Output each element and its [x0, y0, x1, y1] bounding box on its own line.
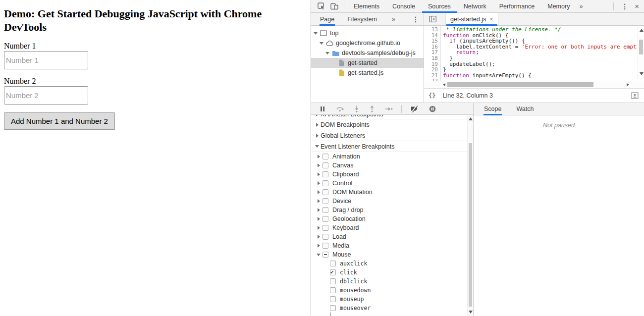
- gutter-line-number[interactable]: 13: [424, 27, 440, 33]
- event-category-keyboard[interactable]: Keyboard: [311, 223, 473, 232]
- expand-arrow-icon[interactable]: [318, 172, 320, 176]
- event-dblclick[interactable]: dblclick: [311, 277, 473, 286]
- event-category-mouse[interactable]: Mouse: [311, 250, 473, 259]
- tab-scope[interactable]: Scope: [483, 103, 502, 115]
- expand-arrow-icon[interactable]: [316, 134, 319, 138]
- pause-script-icon[interactable]: [317, 103, 328, 114]
- gutter-line-number[interactable]: 20: [424, 67, 440, 73]
- gutter-line-number[interactable]: 18: [424, 55, 440, 61]
- editor-tab-get-started-js[interactable]: get-started.js ×: [445, 13, 498, 25]
- checkbox[interactable]: [322, 207, 328, 213]
- add-numbers-button[interactable]: Add Number 1 and Number 2: [4, 112, 115, 130]
- main-tab-elements[interactable]: Elements: [347, 0, 386, 12]
- expand-arrow-icon[interactable]: [325, 52, 329, 54]
- navigator-more-tabs-icon[interactable]: »: [389, 15, 398, 23]
- source-options-icon[interactable]: [629, 89, 641, 103]
- number1-input[interactable]: [4, 51, 88, 69]
- checkbox[interactable]: [322, 243, 328, 249]
- expand-arrow-icon[interactable]: [318, 163, 320, 167]
- inspect-element-icon[interactable]: [315, 0, 328, 12]
- expand-arrow-icon[interactable]: [318, 244, 320, 248]
- expand-arrow-icon[interactable]: [318, 226, 320, 230]
- more-tabs-icon[interactable]: »: [576, 2, 586, 10]
- expand-arrow-icon[interactable]: [318, 181, 320, 185]
- checkbox[interactable]: [330, 278, 336, 284]
- scroll-up-arrow[interactable]: [469, 117, 473, 120]
- event-auxclick[interactable]: auxclick: [311, 259, 473, 268]
- devtools-menu-icon[interactable]: ⋮: [617, 2, 633, 10]
- checkbox[interactable]: [322, 189, 328, 195]
- event-category-animation[interactable]: Animation: [311, 152, 473, 161]
- section-dom-breakpoints[interactable]: DOM Breakpoints: [311, 119, 473, 130]
- section-event-listener-breakpoints[interactable]: Event Listener Breakpoints: [311, 141, 473, 152]
- expand-arrow-icon[interactable]: [317, 254, 321, 256]
- event-click[interactable]: click: [311, 268, 473, 277]
- debugger-scrollbar[interactable]: [467, 115, 473, 316]
- event-category-load[interactable]: Load: [311, 232, 473, 241]
- expand-arrow-icon[interactable]: [314, 32, 318, 35]
- expand-arrow-icon[interactable]: [318, 199, 320, 203]
- event-category-media[interactable]: Media: [311, 241, 473, 250]
- navigator-tab-page[interactable]: Page: [319, 13, 335, 25]
- expand-arrow-icon[interactable]: [318, 155, 320, 158]
- checkbox[interactable]: [330, 269, 336, 275]
- expand-arrow-icon[interactable]: [318, 235, 320, 239]
- expand-arrow-icon[interactable]: [320, 42, 323, 45]
- step-out-icon[interactable]: [367, 103, 377, 114]
- checkbox[interactable]: [330, 296, 336, 302]
- event-category-drag-drop[interactable]: Drag / drop: [311, 206, 473, 214]
- expand-arrow-icon[interactable]: [318, 190, 320, 194]
- main-tab-performance[interactable]: Performance: [493, 0, 541, 12]
- event-mousedown[interactable]: mousedown: [311, 286, 473, 295]
- checkbox[interactable]: [322, 225, 328, 231]
- checkbox[interactable]: [322, 234, 328, 240]
- editor-vertical-scrollbar[interactable]: [638, 26, 644, 79]
- tree-item-get-started[interactable]: get-started: [311, 58, 424, 68]
- scroll-down-arrow[interactable]: [640, 72, 644, 75]
- tree-item-googlechrome-github-io[interactable]: googlechrome.github.io: [311, 38, 424, 48]
- number2-input[interactable]: [4, 86, 88, 105]
- event-category-clipboard[interactable]: Clipboard: [311, 170, 473, 179]
- event-category-dom-mutation[interactable]: DOM Mutation: [311, 188, 473, 197]
- code-editor[interactable]: 13141516171819202122 * limitations under…: [424, 26, 644, 81]
- scroll-up-arrow[interactable]: [640, 29, 644, 32]
- event-category-geolocation[interactable]: Geolocation: [311, 214, 473, 223]
- checkbox[interactable]: [322, 198, 328, 204]
- editor-horizontal-scrollbar[interactable]: [424, 81, 644, 88]
- step-icon[interactable]: [382, 103, 395, 114]
- expand-arrow-icon[interactable]: [318, 217, 320, 221]
- navigator-menu-icon[interactable]: ⋮: [408, 15, 424, 23]
- section-global-listeners[interactable]: Global Listeners: [311, 130, 473, 141]
- deactivate-breakpoints-icon[interactable]: [408, 103, 421, 114]
- step-into-icon[interactable]: [352, 103, 362, 114]
- checkbox[interactable]: [330, 305, 336, 311]
- checkbox[interactable]: [322, 252, 328, 258]
- toggle-navigator-icon[interactable]: [427, 13, 439, 25]
- pause-on-exceptions-icon[interactable]: [427, 103, 438, 114]
- checkbox[interactable]: [322, 216, 328, 222]
- event-mouseover[interactable]: mouseover: [311, 304, 473, 313]
- main-tab-network[interactable]: Network: [457, 0, 493, 12]
- tree-item-get-started-js[interactable]: get-started.js: [311, 68, 424, 78]
- checkbox[interactable]: [322, 154, 328, 159]
- device-toolbar-icon[interactable]: [328, 0, 341, 12]
- checkbox[interactable]: [330, 261, 336, 266]
- tab-watch[interactable]: Watch: [515, 103, 535, 115]
- scroll-right-arrow[interactable]: [627, 83, 629, 86]
- tree-item-top[interactable]: top: [311, 28, 424, 38]
- expand-arrow-icon[interactable]: [316, 123, 319, 127]
- main-tab-sources[interactable]: Sources: [422, 0, 457, 12]
- expand-arrow-icon[interactable]: [315, 145, 319, 148]
- main-tab-memory[interactable]: Memory: [541, 0, 576, 12]
- event-mouseup[interactable]: mouseup: [311, 295, 473, 304]
- event-category-device[interactable]: Device: [311, 197, 473, 206]
- scroll-left-arrow[interactable]: [443, 83, 445, 86]
- scrollbar-thumb[interactable]: [469, 143, 472, 307]
- checkbox[interactable]: [322, 180, 328, 186]
- event-category-canvas[interactable]: Canvas: [311, 161, 473, 170]
- event-category-control[interactable]: Control: [311, 179, 473, 188]
- devtools-close-icon[interactable]: ×: [633, 2, 644, 10]
- checkbox[interactable]: [330, 287, 336, 293]
- scrollbar-thumb[interactable]: [447, 82, 593, 87]
- checkbox[interactable]: [330, 313, 331, 316]
